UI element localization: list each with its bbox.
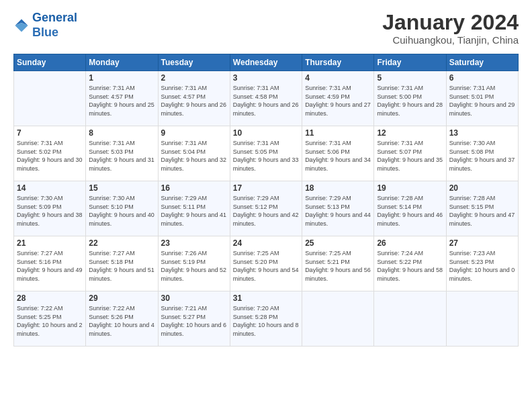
- day-info: Sunrise: 7:20 AM Sunset: 5:28 PM Dayligh…: [233, 304, 299, 338]
- day-info: Sunrise: 7:29 AM Sunset: 5:11 PM Dayligh…: [161, 194, 227, 228]
- day-info: Sunrise: 7:29 AM Sunset: 5:13 PM Dayligh…: [305, 194, 371, 228]
- logo-line2: Blue: [32, 26, 58, 39]
- calendar-cell: 20Sunrise: 7:28 AM Sunset: 5:15 PM Dayli…: [446, 181, 518, 236]
- day-info: Sunrise: 7:27 AM Sunset: 5:18 PM Dayligh…: [89, 249, 154, 283]
- day-info: Sunrise: 7:25 AM Sunset: 5:21 PM Dayligh…: [305, 249, 371, 283]
- day-number: 1: [89, 73, 154, 83]
- day-info: Sunrise: 7:29 AM Sunset: 5:12 PM Dayligh…: [233, 194, 299, 228]
- day-info: Sunrise: 7:31 AM Sunset: 5:05 PM Dayligh…: [233, 139, 299, 173]
- day-info: Sunrise: 7:26 AM Sunset: 5:19 PM Dayligh…: [161, 249, 227, 283]
- day-info: Sunrise: 7:30 AM Sunset: 5:09 PM Dayligh…: [17, 194, 83, 228]
- day-number: 2: [161, 73, 227, 83]
- day-number: 15: [89, 183, 154, 193]
- calendar-cell: 4Sunrise: 7:31 AM Sunset: 4:59 PM Daylig…: [302, 71, 374, 126]
- calendar-cell: 24Sunrise: 7:25 AM Sunset: 5:20 PM Dayli…: [230, 236, 302, 291]
- day-number: 13: [449, 128, 515, 138]
- day-number: 11: [305, 128, 371, 138]
- calendar-cell: 22Sunrise: 7:27 AM Sunset: 5:18 PM Dayli…: [86, 236, 158, 291]
- header-saturday: Saturday: [446, 54, 518, 71]
- day-number: 12: [377, 128, 443, 138]
- day-info: Sunrise: 7:31 AM Sunset: 5:00 PM Dayligh…: [377, 84, 443, 118]
- calendar-body: 1Sunrise: 7:31 AM Sunset: 4:57 PM Daylig…: [14, 71, 519, 347]
- day-number: 17: [233, 183, 299, 193]
- calendar-cell: [374, 291, 446, 347]
- day-number: 19: [377, 183, 443, 193]
- calendar-table: Sunday Monday Tuesday Wednesday Thursday…: [13, 54, 519, 347]
- calendar-cell: 17Sunrise: 7:29 AM Sunset: 5:12 PM Dayli…: [230, 181, 302, 236]
- day-number: 8: [89, 128, 154, 138]
- day-number: 7: [17, 128, 83, 138]
- day-number: 25: [305, 238, 371, 248]
- calendar-cell: 25Sunrise: 7:25 AM Sunset: 5:21 PM Dayli…: [302, 236, 374, 291]
- calendar-cell: 27Sunrise: 7:23 AM Sunset: 5:23 PM Dayli…: [446, 236, 518, 291]
- day-number: 21: [17, 238, 83, 248]
- logo: General Blue: [13, 11, 77, 40]
- header-tuesday: Tuesday: [158, 54, 230, 71]
- day-number: 5: [377, 73, 443, 83]
- day-number: 30: [161, 293, 227, 303]
- day-info: Sunrise: 7:31 AM Sunset: 4:57 PM Dayligh…: [161, 84, 227, 118]
- location-title: Cuihuangkou, Tianjin, China: [382, 34, 519, 46]
- header-row: Sunday Monday Tuesday Wednesday Thursday…: [14, 54, 519, 71]
- header-sunday: Sunday: [14, 54, 86, 71]
- calendar-cell: 12Sunrise: 7:31 AM Sunset: 5:07 PM Dayli…: [374, 126, 446, 181]
- calendar-cell: 8Sunrise: 7:31 AM Sunset: 5:03 PM Daylig…: [86, 126, 158, 181]
- week-row-4: 28Sunrise: 7:22 AM Sunset: 5:25 PM Dayli…: [14, 291, 519, 347]
- day-number: 9: [161, 128, 227, 138]
- day-info: Sunrise: 7:31 AM Sunset: 5:02 PM Dayligh…: [17, 139, 83, 173]
- page-container: General Blue January 2024 Cuihuangkou, T…: [0, 0, 532, 353]
- calendar-cell: 13Sunrise: 7:30 AM Sunset: 5:08 PM Dayli…: [446, 126, 518, 181]
- day-number: 4: [305, 73, 371, 83]
- day-number: 31: [233, 293, 299, 303]
- day-info: Sunrise: 7:28 AM Sunset: 5:14 PM Dayligh…: [377, 194, 443, 228]
- day-info: Sunrise: 7:28 AM Sunset: 5:15 PM Dayligh…: [449, 194, 515, 228]
- day-info: Sunrise: 7:31 AM Sunset: 5:07 PM Dayligh…: [377, 139, 443, 173]
- day-info: Sunrise: 7:31 AM Sunset: 5:03 PM Dayligh…: [89, 139, 154, 173]
- day-info: Sunrise: 7:27 AM Sunset: 5:16 PM Dayligh…: [17, 249, 83, 283]
- calendar-cell: 9Sunrise: 7:31 AM Sunset: 5:04 PM Daylig…: [158, 126, 230, 181]
- day-info: Sunrise: 7:31 AM Sunset: 4:57 PM Dayligh…: [89, 84, 154, 118]
- header-thursday: Thursday: [302, 54, 374, 71]
- day-info: Sunrise: 7:22 AM Sunset: 5:25 PM Dayligh…: [17, 304, 83, 338]
- calendar-cell: 18Sunrise: 7:29 AM Sunset: 5:13 PM Dayli…: [302, 181, 374, 236]
- day-number: 29: [89, 293, 154, 303]
- calendar-cell: 15Sunrise: 7:30 AM Sunset: 5:10 PM Dayli…: [86, 181, 158, 236]
- day-info: Sunrise: 7:25 AM Sunset: 5:20 PM Dayligh…: [233, 249, 299, 283]
- header-monday: Monday: [86, 54, 158, 71]
- calendar-cell: 31Sunrise: 7:20 AM Sunset: 5:28 PM Dayli…: [230, 291, 302, 347]
- title-block: January 2024 Cuihuangkou, Tianjin, China: [382, 11, 519, 46]
- day-info: Sunrise: 7:30 AM Sunset: 5:10 PM Dayligh…: [89, 194, 154, 228]
- day-info: Sunrise: 7:30 AM Sunset: 5:08 PM Dayligh…: [449, 139, 515, 173]
- day-info: Sunrise: 7:22 AM Sunset: 5:26 PM Dayligh…: [89, 304, 154, 338]
- week-row-0: 1Sunrise: 7:31 AM Sunset: 4:57 PM Daylig…: [14, 71, 519, 126]
- calendar-cell: 19Sunrise: 7:28 AM Sunset: 5:14 PM Dayli…: [374, 181, 446, 236]
- day-number: 3: [233, 73, 299, 83]
- day-number: 24: [233, 238, 299, 248]
- day-number: 28: [17, 293, 83, 303]
- calendar-cell: 6Sunrise: 7:31 AM Sunset: 5:01 PM Daylig…: [446, 71, 518, 126]
- day-info: Sunrise: 7:31 AM Sunset: 4:59 PM Dayligh…: [305, 84, 371, 118]
- calendar-cell: 14Sunrise: 7:30 AM Sunset: 5:09 PM Dayli…: [14, 181, 86, 236]
- calendar-cell: 7Sunrise: 7:31 AM Sunset: 5:02 PM Daylig…: [14, 126, 86, 181]
- week-row-1: 7Sunrise: 7:31 AM Sunset: 5:02 PM Daylig…: [14, 126, 519, 181]
- day-info: Sunrise: 7:24 AM Sunset: 5:22 PM Dayligh…: [377, 249, 443, 283]
- calendar-cell: 2Sunrise: 7:31 AM Sunset: 4:57 PM Daylig…: [158, 71, 230, 126]
- day-info: Sunrise: 7:31 AM Sunset: 5:06 PM Dayligh…: [305, 139, 371, 173]
- day-number: 26: [377, 238, 443, 248]
- day-info: Sunrise: 7:31 AM Sunset: 5:04 PM Dayligh…: [161, 139, 227, 173]
- calendar-cell: 16Sunrise: 7:29 AM Sunset: 5:11 PM Dayli…: [158, 181, 230, 236]
- calendar-cell: 10Sunrise: 7:31 AM Sunset: 5:05 PM Dayli…: [230, 126, 302, 181]
- day-info: Sunrise: 7:31 AM Sunset: 4:58 PM Dayligh…: [233, 84, 299, 118]
- calendar-cell: 26Sunrise: 7:24 AM Sunset: 5:22 PM Dayli…: [374, 236, 446, 291]
- day-info: Sunrise: 7:31 AM Sunset: 5:01 PM Dayligh…: [449, 84, 515, 118]
- calendar-cell: 1Sunrise: 7:31 AM Sunset: 4:57 PM Daylig…: [86, 71, 158, 126]
- header: General Blue January 2024 Cuihuangkou, T…: [13, 11, 519, 46]
- day-number: 16: [161, 183, 227, 193]
- logo-text: General Blue: [32, 11, 77, 40]
- logo-line1: General: [32, 11, 77, 24]
- calendar-cell: 30Sunrise: 7:21 AM Sunset: 5:27 PM Dayli…: [158, 291, 230, 347]
- week-row-2: 14Sunrise: 7:30 AM Sunset: 5:09 PM Dayli…: [14, 181, 519, 236]
- calendar-cell: 3Sunrise: 7:31 AM Sunset: 4:58 PM Daylig…: [230, 71, 302, 126]
- month-title: January 2024: [382, 11, 519, 34]
- calendar-cell: [446, 291, 518, 347]
